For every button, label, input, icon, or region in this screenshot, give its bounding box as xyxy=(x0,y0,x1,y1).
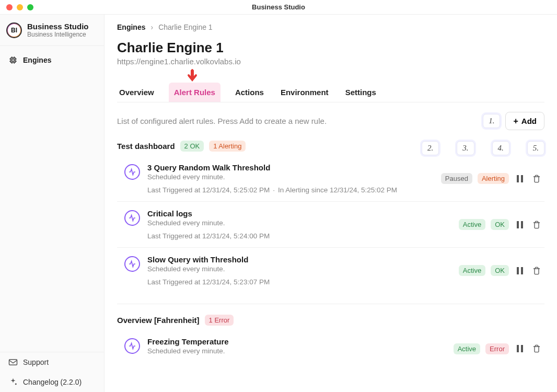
status-badge: Active xyxy=(454,343,480,354)
sidebar: BI Business Studio Business Intelligence… xyxy=(0,15,105,392)
add-button[interactable]: + Add xyxy=(505,112,544,130)
delete-button[interactable] xyxy=(531,343,542,354)
brand-logo: BI xyxy=(6,22,22,38)
rule-body: Freezing TemperatureScheduled every minu… xyxy=(147,337,446,360)
svg-marker-12 xyxy=(188,76,196,82)
sidebar-item-support[interactable]: Support xyxy=(0,352,104,372)
status-badge: Active xyxy=(459,219,485,230)
page-title: Charlie Engine 1 xyxy=(117,40,544,56)
rule-name: 3 Query Random Walk Threshold xyxy=(147,163,434,172)
list-description: List of configured alert rules. Press Ad… xyxy=(117,117,327,125)
maximize-window-button[interactable] xyxy=(27,4,33,10)
window-controls xyxy=(6,4,33,10)
rule-name: Freezing Temperature xyxy=(147,337,446,346)
rule-body: Slow Query with ThresholdScheduled every… xyxy=(147,255,451,286)
divider xyxy=(117,304,544,304)
rule-body: 3 Query Random Walk ThresholdScheduled e… xyxy=(147,163,434,194)
trash-icon xyxy=(532,174,541,183)
breadcrumb-leaf: Charlie Engine 1 xyxy=(158,23,213,31)
svg-rect-16 xyxy=(521,221,523,228)
svg-rect-17 xyxy=(517,267,519,274)
delete-button[interactable] xyxy=(531,265,542,276)
tab-alert-rules[interactable]: Alert Rules xyxy=(169,83,221,102)
dashboard-group: Overview [Fahrenheit]1 ErrorFreezing Tem… xyxy=(117,315,544,367)
rule-last-triggered: Last Triggered at 12/31/24, 5:24:00 PM xyxy=(147,232,270,240)
rule-last-triggered: Last Triggered at 12/31/24, 5:23:07 PM xyxy=(147,278,270,286)
pause-button[interactable] xyxy=(514,265,526,276)
rule-triggered-info: Last Triggered at 12/31/24, 5:24:00 PM xyxy=(147,232,451,240)
status-badge: Alerting xyxy=(478,173,509,184)
rule-row[interactable]: Critical logsScheduled every minute.Last… xyxy=(117,202,544,248)
window-titlebar: Business Studio xyxy=(0,0,557,15)
summary-badge: 1 Alerting xyxy=(209,141,246,152)
rule-body: Critical logsScheduled every minute.Last… xyxy=(147,209,451,240)
pause-button[interactable] xyxy=(514,219,526,230)
rule-schedule: Scheduled every minute. xyxy=(147,219,451,227)
brand: BI Business Studio Business Intelligence xyxy=(0,15,104,45)
status-badge: OK xyxy=(491,219,509,230)
brand-tagline: Business Intelligence xyxy=(27,31,89,38)
tabs: Overview Alert Rules Actions Environment… xyxy=(117,83,544,102)
sidebar-item-engines[interactable]: Engines xyxy=(0,50,104,70)
pause-icon xyxy=(516,267,524,275)
rule-schedule: Scheduled every minute. xyxy=(147,265,451,273)
window-title: Business Studio xyxy=(33,3,524,11)
page-url: https://engine1.charlie.volkovlabs.io xyxy=(117,57,544,66)
annotation-callout: 2. xyxy=(422,141,439,155)
rule-row[interactable]: Slow Query with ThresholdScheduled every… xyxy=(117,248,544,293)
svg-rect-14 xyxy=(521,175,523,182)
activity-icon xyxy=(124,164,140,180)
svg-rect-19 xyxy=(517,345,519,352)
rule-name: Critical logs xyxy=(147,209,451,218)
trash-icon xyxy=(532,266,541,275)
activity-icon xyxy=(124,338,140,354)
pause-button[interactable] xyxy=(514,173,526,185)
svg-rect-20 xyxy=(521,345,523,352)
tab-actions[interactable]: Actions xyxy=(233,83,266,102)
pause-icon xyxy=(516,221,524,229)
tab-overview[interactable]: Overview xyxy=(117,83,156,102)
delete-button[interactable] xyxy=(531,173,542,185)
rule-actions: ActiveOK xyxy=(459,219,542,230)
annotation-callout-1: 1. xyxy=(483,114,500,128)
status-badge: Active xyxy=(459,265,485,276)
status-badge: OK xyxy=(491,265,509,276)
tab-settings[interactable]: Settings xyxy=(343,83,378,102)
sidebar-item-changelog[interactable]: Changelog (2.2.0) xyxy=(0,372,104,392)
annotation-callout: 3. xyxy=(457,141,474,155)
svg-rect-10 xyxy=(9,360,17,365)
dashboard-group: Test dashboard2 OK1 Alerting2.3.4.5.3 Qu… xyxy=(117,141,544,293)
sparkle-icon xyxy=(8,377,18,387)
annotation-arrow xyxy=(117,72,544,83)
summary-badge: 2 OK xyxy=(180,141,204,152)
dashboard-name: Overview [Fahrenheit] xyxy=(117,316,200,325)
tab-environment[interactable]: Environment xyxy=(278,83,331,102)
dashboard-header: Overview [Fahrenheit]1 Error xyxy=(117,315,544,326)
pause-icon xyxy=(516,344,524,353)
minimize-window-button[interactable] xyxy=(17,4,23,10)
rule-alerting-since: In Alerting since 12/31/24, 5:25:02 PM xyxy=(278,186,397,194)
plus-icon: + xyxy=(513,117,518,125)
status-badge: Paused xyxy=(441,173,472,184)
rule-row[interactable]: 2.3.4.5.3 Query Random Walk ThresholdSch… xyxy=(117,156,544,202)
annotation-callout: 5. xyxy=(527,141,544,155)
rule-last-triggered: Last Triggered at 12/31/24, 5:25:02 PM xyxy=(147,186,270,194)
rule-name: Slow Query with Threshold xyxy=(147,255,451,264)
close-window-button[interactable] xyxy=(6,4,13,10)
rule-schedule: Scheduled every minute. xyxy=(147,173,434,181)
pause-icon xyxy=(516,175,524,183)
rule-row[interactable]: Freezing TemperatureScheduled every minu… xyxy=(117,330,544,367)
trash-icon xyxy=(532,344,541,353)
svg-rect-1 xyxy=(12,59,15,62)
trash-icon xyxy=(532,220,541,229)
mail-icon xyxy=(8,358,18,367)
delete-button[interactable] xyxy=(531,219,542,230)
rule-triggered-info: Last Triggered at 12/31/24, 5:23:07 PM xyxy=(147,278,451,286)
breadcrumb-root[interactable]: Engines xyxy=(117,23,145,31)
sidebar-item-label: Support xyxy=(23,358,49,366)
rule-triggered-info: Last Triggered at 12/31/24, 5:25:02 PM·I… xyxy=(147,186,434,194)
pause-button[interactable] xyxy=(514,343,526,354)
annotation-callout: 4. xyxy=(492,141,509,155)
annotation-callout-row: 2.3.4.5. xyxy=(422,141,544,155)
svg-rect-0 xyxy=(11,58,16,63)
